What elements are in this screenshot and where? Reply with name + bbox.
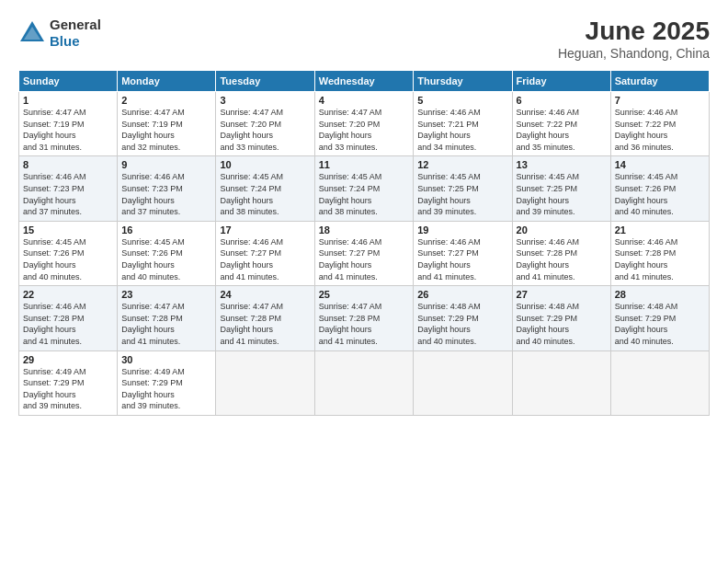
day-number: 25 xyxy=(319,289,409,300)
calendar-cell: 2 Sunrise: 4:47 AM Sunset: 7:19 PM Dayli… xyxy=(118,92,216,156)
day-info: Sunrise: 4:47 AM Sunset: 7:20 PM Dayligh… xyxy=(220,107,310,153)
day-info: Sunrise: 4:46 AM Sunset: 7:28 PM Dayligh… xyxy=(23,301,113,347)
calendar-cell: 30 Sunrise: 4:49 AM Sunset: 7:29 PM Dayl… xyxy=(118,350,216,415)
day-number: 11 xyxy=(319,159,409,170)
calendar-cell: 4 Sunrise: 4:47 AM Sunset: 7:20 PM Dayli… xyxy=(314,92,413,156)
calendar-day-header: Friday xyxy=(512,71,610,92)
day-number: 10 xyxy=(220,159,310,170)
logo-text: General Blue xyxy=(50,17,101,50)
calendar-cell: 13 Sunrise: 4:45 AM Sunset: 7:25 PM Dayl… xyxy=(512,156,610,221)
day-info: Sunrise: 4:46 AM Sunset: 7:23 PM Dayligh… xyxy=(23,171,113,217)
day-number: 6 xyxy=(517,95,607,106)
day-number: 7 xyxy=(615,95,705,106)
day-info: Sunrise: 4:46 AM Sunset: 7:23 PM Dayligh… xyxy=(121,171,211,217)
calendar-cell: 28 Sunrise: 4:48 AM Sunset: 7:29 PM Dayl… xyxy=(610,286,709,350)
calendar-day-header: Monday xyxy=(118,71,216,92)
day-info: Sunrise: 4:48 AM Sunset: 7:29 PM Dayligh… xyxy=(517,301,607,347)
calendar-day-header: Sunday xyxy=(19,71,118,92)
day-number: 8 xyxy=(23,159,113,170)
calendar-cell: 24 Sunrise: 4:47 AM Sunset: 7:28 PM Dayl… xyxy=(216,286,314,350)
day-info: Sunrise: 4:46 AM Sunset: 7:27 PM Dayligh… xyxy=(319,236,409,282)
calendar-cell xyxy=(216,350,314,415)
day-info: Sunrise: 4:45 AM Sunset: 7:24 PM Dayligh… xyxy=(220,171,310,217)
calendar-cell: 20 Sunrise: 4:46 AM Sunset: 7:28 PM Dayl… xyxy=(512,221,610,285)
page-title: June 2025 xyxy=(558,17,710,46)
calendar-cell: 6 Sunrise: 4:46 AM Sunset: 7:22 PM Dayli… xyxy=(512,92,610,156)
day-info: Sunrise: 4:48 AM Sunset: 7:29 PM Dayligh… xyxy=(417,301,507,347)
day-number: 30 xyxy=(121,354,211,365)
day-info: Sunrise: 4:46 AM Sunset: 7:21 PM Dayligh… xyxy=(417,107,507,153)
calendar-cell: 1 Sunrise: 4:47 AM Sunset: 7:19 PM Dayli… xyxy=(19,92,118,156)
header: General Blue June 2025 Heguan, Shandong,… xyxy=(18,17,710,61)
calendar-day-header: Tuesday xyxy=(216,71,314,92)
day-number: 3 xyxy=(220,95,310,106)
day-info: Sunrise: 4:47 AM Sunset: 7:28 PM Dayligh… xyxy=(319,301,409,347)
day-number: 12 xyxy=(417,159,507,170)
day-number: 19 xyxy=(417,224,507,236)
day-number: 4 xyxy=(319,95,409,106)
calendar-cell: 18 Sunrise: 4:46 AM Sunset: 7:27 PM Dayl… xyxy=(314,221,413,285)
calendar-cell xyxy=(414,350,512,415)
calendar-cell: 27 Sunrise: 4:48 AM Sunset: 7:29 PM Dayl… xyxy=(512,286,610,350)
day-info: Sunrise: 4:48 AM Sunset: 7:29 PM Dayligh… xyxy=(615,301,705,347)
day-info: Sunrise: 4:47 AM Sunset: 7:20 PM Dayligh… xyxy=(319,107,409,153)
day-info: Sunrise: 4:47 AM Sunset: 7:19 PM Dayligh… xyxy=(23,107,113,153)
calendar-table: SundayMondayTuesdayWednesdayThursdayFrid… xyxy=(18,70,710,416)
day-number: 29 xyxy=(23,354,113,365)
calendar-day-header: Wednesday xyxy=(314,71,413,92)
day-info: Sunrise: 4:49 AM Sunset: 7:29 PM Dayligh… xyxy=(121,366,211,412)
logo: General Blue xyxy=(18,17,101,50)
page: General Blue June 2025 Heguan, Shandong,… xyxy=(0,0,728,563)
day-info: Sunrise: 4:46 AM Sunset: 7:22 PM Dayligh… xyxy=(615,107,705,153)
calendar-cell: 17 Sunrise: 4:46 AM Sunset: 7:27 PM Dayl… xyxy=(216,221,314,285)
calendar-cell xyxy=(314,350,413,415)
day-info: Sunrise: 4:46 AM Sunset: 7:27 PM Dayligh… xyxy=(417,236,507,282)
calendar-cell: 12 Sunrise: 4:45 AM Sunset: 7:25 PM Dayl… xyxy=(414,156,512,221)
day-info: Sunrise: 4:47 AM Sunset: 7:19 PM Dayligh… xyxy=(121,107,211,153)
day-number: 26 xyxy=(417,289,507,300)
day-number: 14 xyxy=(615,159,705,170)
day-info: Sunrise: 4:46 AM Sunset: 7:28 PM Dayligh… xyxy=(517,236,607,282)
calendar-cell: 21 Sunrise: 4:46 AM Sunset: 7:28 PM Dayl… xyxy=(610,221,709,285)
calendar-cell: 23 Sunrise: 4:47 AM Sunset: 7:28 PM Dayl… xyxy=(118,286,216,350)
day-number: 15 xyxy=(23,224,113,236)
day-number: 27 xyxy=(517,289,607,300)
calendar-cell: 11 Sunrise: 4:45 AM Sunset: 7:24 PM Dayl… xyxy=(314,156,413,221)
day-info: Sunrise: 4:45 AM Sunset: 7:26 PM Dayligh… xyxy=(121,236,211,282)
title-block: June 2025 Heguan, Shandong, China xyxy=(558,17,710,61)
calendar-cell xyxy=(610,350,709,415)
calendar-cell: 3 Sunrise: 4:47 AM Sunset: 7:20 PM Dayli… xyxy=(216,92,314,156)
calendar-header-row: SundayMondayTuesdayWednesdayThursdayFrid… xyxy=(19,71,710,92)
day-info: Sunrise: 4:47 AM Sunset: 7:28 PM Dayligh… xyxy=(220,301,310,347)
day-number: 23 xyxy=(121,289,211,300)
calendar-cell: 5 Sunrise: 4:46 AM Sunset: 7:21 PM Dayli… xyxy=(414,92,512,156)
calendar-cell: 9 Sunrise: 4:46 AM Sunset: 7:23 PM Dayli… xyxy=(118,156,216,221)
day-number: 21 xyxy=(615,224,705,236)
calendar-week-row: 29 Sunrise: 4:49 AM Sunset: 7:29 PM Dayl… xyxy=(19,350,710,415)
calendar-cell: 10 Sunrise: 4:45 AM Sunset: 7:24 PM Dayl… xyxy=(216,156,314,221)
day-number: 28 xyxy=(615,289,705,300)
day-info: Sunrise: 4:47 AM Sunset: 7:28 PM Dayligh… xyxy=(121,301,211,347)
calendar-cell: 29 Sunrise: 4:49 AM Sunset: 7:29 PM Dayl… xyxy=(19,350,118,415)
calendar-cell: 7 Sunrise: 4:46 AM Sunset: 7:22 PM Dayli… xyxy=(610,92,709,156)
day-info: Sunrise: 4:46 AM Sunset: 7:28 PM Dayligh… xyxy=(615,236,705,282)
calendar-week-row: 8 Sunrise: 4:46 AM Sunset: 7:23 PM Dayli… xyxy=(19,156,710,221)
day-info: Sunrise: 4:45 AM Sunset: 7:25 PM Dayligh… xyxy=(517,171,607,217)
day-info: Sunrise: 4:45 AM Sunset: 7:26 PM Dayligh… xyxy=(23,236,113,282)
day-info: Sunrise: 4:45 AM Sunset: 7:24 PM Dayligh… xyxy=(319,171,409,217)
day-number: 5 xyxy=(417,95,507,106)
calendar-cell: 26 Sunrise: 4:48 AM Sunset: 7:29 PM Dayl… xyxy=(414,286,512,350)
calendar-cell: 16 Sunrise: 4:45 AM Sunset: 7:26 PM Dayl… xyxy=(118,221,216,285)
calendar-cell xyxy=(512,350,610,415)
day-number: 9 xyxy=(121,159,211,170)
calendar-day-header: Thursday xyxy=(414,71,512,92)
calendar-week-row: 15 Sunrise: 4:45 AM Sunset: 7:26 PM Dayl… xyxy=(19,221,710,285)
calendar-cell: 19 Sunrise: 4:46 AM Sunset: 7:27 PM Dayl… xyxy=(414,221,512,285)
day-info: Sunrise: 4:45 AM Sunset: 7:26 PM Dayligh… xyxy=(615,171,705,217)
day-info: Sunrise: 4:45 AM Sunset: 7:25 PM Dayligh… xyxy=(417,171,507,217)
calendar-cell: 25 Sunrise: 4:47 AM Sunset: 7:28 PM Dayl… xyxy=(314,286,413,350)
day-number: 18 xyxy=(319,224,409,236)
day-info: Sunrise: 4:46 AM Sunset: 7:27 PM Dayligh… xyxy=(220,236,310,282)
calendar-cell: 14 Sunrise: 4:45 AM Sunset: 7:26 PM Dayl… xyxy=(610,156,709,221)
day-number: 17 xyxy=(220,224,310,236)
